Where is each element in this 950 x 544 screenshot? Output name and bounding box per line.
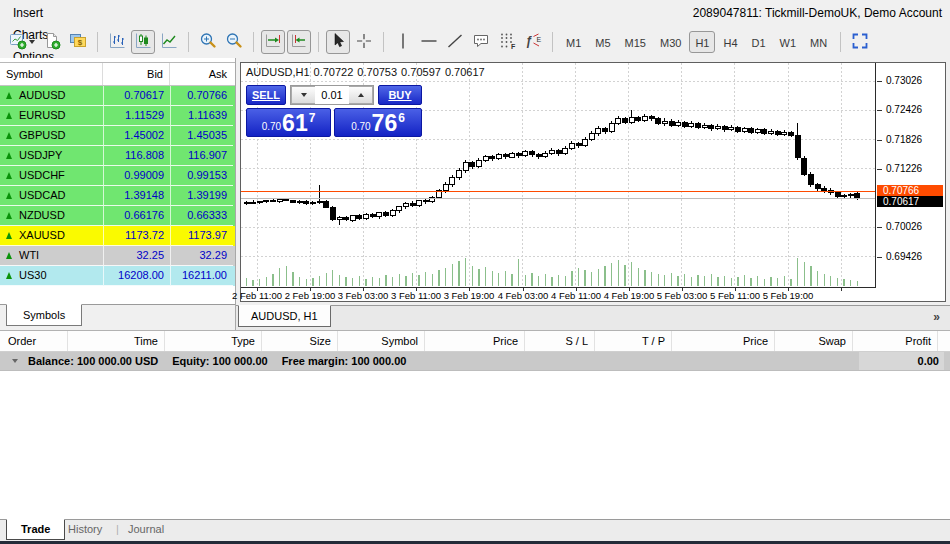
- bid-cell: 0.66176: [103, 206, 170, 226]
- market-watch-row-nzdusd[interactable]: NZDUSD0.661760.66333: [0, 206, 235, 226]
- trendline-button[interactable]: [443, 30, 467, 54]
- tab-audusd-h1[interactable]: AUDUSD, H1: [238, 305, 331, 327]
- column-header-type[interactable]: Type: [165, 331, 262, 351]
- buy-button[interactable]: BUY: [378, 85, 422, 105]
- tab-history[interactable]: History: [68, 523, 102, 535]
- timeframe-m30[interactable]: M30: [654, 31, 687, 53]
- ask-cell: 1.11639: [170, 106, 233, 126]
- bid-cell: 0.99009: [103, 166, 170, 186]
- market-watch-row-usdcad[interactable]: USDCAD1.391481.39199: [0, 186, 235, 206]
- column-header-bid[interactable]: Bid: [103, 63, 170, 85]
- cursor-button[interactable]: [326, 30, 350, 54]
- triangle-down-icon: [301, 93, 307, 97]
- timeframe-m1[interactable]: M1: [560, 31, 587, 53]
- trend-up-icon: [6, 172, 12, 179]
- time-axis-label: 4 Feb 19:00: [604, 290, 655, 301]
- candlestick-chart-button[interactable]: [131, 30, 155, 54]
- symbol-cell: WTI: [0, 246, 103, 266]
- column-header-time[interactable]: Time: [68, 331, 165, 351]
- text-label-button[interactable]: [469, 30, 493, 54]
- column-header-ask[interactable]: Ask: [170, 63, 233, 85]
- market-watch-row-xauusd[interactable]: XAUUSD1173.721173.97: [0, 226, 235, 246]
- crosshair-icon: [355, 32, 373, 52]
- price-axis-label: 0.71226: [886, 163, 922, 174]
- time-axis-label: 5 Feb 11:00: [710, 290, 760, 301]
- symbol-name: XAUUSD: [19, 226, 65, 245]
- time-axis[interactable]: 2 Feb 11:002 Feb 19:003 Feb 03:003 Feb 1…: [241, 289, 876, 301]
- column-header-order[interactable]: Order: [0, 331, 68, 351]
- ohlc-open: 0.70722: [314, 66, 354, 78]
- column-header-symbol[interactable]: Symbol: [0, 63, 103, 85]
- market-watch-row-usdchf[interactable]: USDCHF0.990090.99153: [0, 166, 235, 186]
- indicators-button[interactable]: ƒE: [521, 30, 545, 54]
- volume-decrease-button[interactable]: [291, 86, 315, 104]
- profiles-icon: $: [69, 32, 87, 52]
- horizontal-line-button[interactable]: [417, 30, 441, 54]
- market-watch-row-usdjpy[interactable]: USDJPY116.808116.907: [0, 146, 235, 166]
- sell-price-panel[interactable]: 0.70617: [246, 108, 331, 137]
- sell-price-sup: 7: [309, 111, 316, 125]
- new-chart-button[interactable]: [6, 30, 38, 54]
- auto-scroll-icon: [264, 32, 282, 52]
- timeframe-d1[interactable]: D1: [746, 31, 772, 53]
- tab-trade[interactable]: Trade: [6, 519, 65, 540]
- timeframe-h4[interactable]: H4: [717, 31, 743, 53]
- timeframe-w1[interactable]: W1: [774, 31, 803, 53]
- column-header-size[interactable]: Size: [262, 331, 338, 351]
- timeframe-mn[interactable]: MN: [804, 31, 833, 53]
- symbol-name: USDCAD: [19, 186, 65, 205]
- timeframe-m15[interactable]: M15: [619, 31, 652, 53]
- market-watch-row-gbpusd[interactable]: GBPUSD1.450021.45035: [0, 126, 235, 146]
- line-chart-button[interactable]: [157, 30, 181, 54]
- column-header-swap[interactable]: Swap: [775, 331, 853, 351]
- profiles-button[interactable]: $: [66, 30, 90, 54]
- crosshair-button[interactable]: [352, 30, 376, 54]
- zoom-in-button[interactable]: [196, 30, 220, 54]
- tab-symbols[interactable]: Symbols: [6, 304, 82, 326]
- fibonacci-button[interactable]: F: [495, 30, 519, 54]
- column-header-tp[interactable]: T / P: [595, 331, 672, 351]
- chart-plot-area[interactable]: AUDUSD,H10.707220.707530.705970.70617 SE…: [241, 63, 876, 288]
- buy-price-panel[interactable]: 0.70766: [334, 108, 422, 137]
- market-watch-row-wti[interactable]: WTI32.2532.29: [0, 246, 235, 266]
- column-header-profit[interactable]: Profit: [853, 331, 938, 351]
- column-header-price[interactable]: Price: [425, 331, 525, 351]
- market-watch-row-us30[interactable]: US3016208.0016211.00: [0, 266, 235, 286]
- tab-overflow-chevron[interactable]: »: [933, 310, 940, 324]
- horizontal-line-icon: [420, 32, 438, 52]
- free-margin-label: Free margin: 100 000.00: [282, 355, 407, 367]
- timeframe-h1[interactable]: H1: [689, 31, 715, 53]
- toolbar-separator: [840, 32, 841, 52]
- collapse-icon[interactable]: [12, 359, 18, 363]
- new-order-button[interactable]: [40, 30, 64, 54]
- auto-scroll-button[interactable]: [261, 30, 285, 54]
- sell-button[interactable]: SELL: [246, 85, 286, 105]
- bar-chart-button[interactable]: [105, 30, 129, 54]
- time-axis-label: 4 Feb 03:00: [498, 290, 549, 301]
- volume-increase-button[interactable]: [349, 86, 373, 104]
- market-watch-rows: AUDUSD0.706170.70766EURUSD1.115291.11639…: [0, 86, 235, 286]
- volume-input[interactable]: [315, 86, 349, 104]
- column-header-sl[interactable]: S / L: [525, 331, 595, 351]
- zoom-out-button[interactable]: [222, 30, 246, 54]
- chart-shift-button[interactable]: [287, 30, 311, 54]
- price-axis-tick: [877, 81, 882, 82]
- column-header-price[interactable]: Price: [672, 331, 775, 351]
- symbol-name: EURUSD: [19, 106, 65, 125]
- tab-journal[interactable]: Journal: [128, 523, 164, 535]
- vertical-line-button[interactable]: [391, 30, 415, 54]
- timeframe-m5[interactable]: M5: [589, 31, 616, 53]
- symbol-name: NZDUSD: [19, 206, 65, 225]
- price-axis-label: 0.72426: [886, 104, 922, 115]
- column-header-symbol[interactable]: Symbol: [338, 331, 425, 351]
- bid-cell: 32.25: [103, 246, 170, 266]
- balance-row[interactable]: Balance: 100 000.00 USD Equity: 100 000.…: [0, 352, 950, 371]
- fullscreen-button[interactable]: [848, 30, 872, 54]
- menu-insert[interactable]: Insert: [4, 2, 63, 24]
- chart-region: AUDUSD,H10.707220.707530.705970.70617 SE…: [236, 58, 950, 330]
- trend-up-icon: [6, 272, 12, 279]
- time-axis-label: 3 Feb 03:00: [338, 290, 389, 301]
- market-watch-row-eurusd[interactable]: EURUSD1.115291.11639: [0, 106, 235, 126]
- market-watch-row-audusd[interactable]: AUDUSD0.706170.70766: [0, 86, 235, 106]
- price-axis[interactable]: 0.730260.724260.718260.712260.700260.694…: [877, 63, 945, 288]
